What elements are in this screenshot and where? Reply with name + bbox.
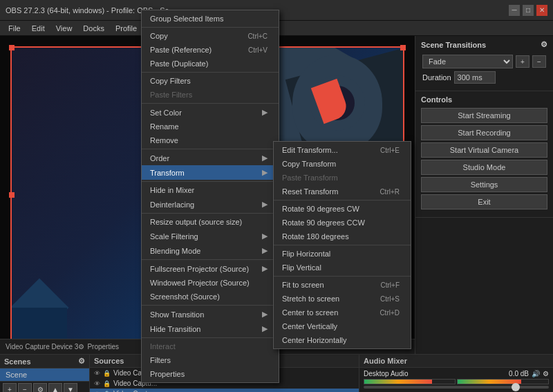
- desktop-mute-icon[interactable]: 🔊: [532, 370, 540, 377]
- ctx-sep-0: [142, 27, 279, 28]
- ctx-flip-h[interactable]: Flip Horizontal: [274, 247, 411, 261]
- transform-sep-0: [274, 200, 411, 200]
- ctx-center-horizontally[interactable]: Center Horizontally: [274, 333, 411, 347]
- start-recording-button[interactable]: Start Recording: [421, 125, 547, 140]
- handle-top-right[interactable]: [400, 45, 406, 50]
- ctx-center-screen[interactable]: Center to screen Ctrl+D: [274, 306, 411, 319]
- scene-transitions-panel: Scene Transitions ⚙ Fade + − Duration: [415, 36, 553, 91]
- scene-add-button[interactable]: +: [3, 383, 17, 392]
- ctx-show-transition[interactable]: Show Transition ▶: [142, 307, 279, 321]
- ctx-resize-output[interactable]: Resize output (source size): [142, 215, 279, 229]
- exit-button[interactable]: Exit: [421, 194, 547, 209]
- ctx-sep-4: [142, 181, 279, 182]
- visibility-icon-1: 👁: [94, 380, 100, 387]
- ctx-fit-screen[interactable]: Fit to screen Ctrl+F: [274, 278, 411, 292]
- desktop-audio-label: Desktop Audio: [364, 370, 409, 377]
- ctx-rotate-180[interactable]: Rotate 180 degrees: [274, 230, 411, 243]
- studio-mode-button[interactable]: Studio Mode: [421, 160, 547, 175]
- ctx-paste-dup[interactable]: Paste (Duplicate): [142, 57, 279, 71]
- scene-settings-button[interactable]: ⚙: [33, 383, 47, 392]
- scene-transitions-icon: ⚙: [541, 40, 547, 49]
- close-button[interactable]: ✕: [536, 5, 547, 16]
- ctx-set-color[interactable]: Set Color ▶: [142, 105, 279, 120]
- duration-input[interactable]: [454, 71, 496, 84]
- ctx-remove[interactable]: Remove: [142, 133, 279, 147]
- properties-button[interactable]: ⚙ Properties: [78, 343, 119, 351]
- ctx-sep-5: [142, 213, 279, 214]
- ctx-copy-filters[interactable]: Copy Filters: [142, 74, 279, 88]
- ctx-hide-mixer[interactable]: Hide in Mixer: [142, 183, 279, 197]
- ctx-screenshot[interactable]: Screenshot (Source): [142, 290, 279, 304]
- ctx-transform[interactable]: Transform ▶: [142, 165, 279, 180]
- ctx-windowed-proj[interactable]: Windowed Projector (Source): [142, 276, 279, 290]
- ctx-scale-arrow: ▶: [262, 232, 268, 241]
- settings-button[interactable]: Settings: [421, 177, 547, 192]
- desktop-audio-db: 0.0 dB: [509, 370, 529, 377]
- ctx-rotate-ccw[interactable]: Rotate 90 degrees CCW: [274, 216, 411, 230]
- minimize-button[interactable]: ─: [509, 5, 520, 16]
- sources-title: Sources: [94, 357, 124, 365]
- ctx-center-vertically[interactable]: Center Vertically: [274, 319, 411, 333]
- ctx-stretch-screen[interactable]: Stretch to screen Ctrl+S: [274, 292, 411, 306]
- audio-label-row-desktop: Desktop Audio 0.0 dB 🔊 ⚙: [364, 370, 549, 377]
- desktop-vol-slider[interactable]: [364, 386, 549, 389]
- ctx-interact: Interact: [142, 339, 279, 353]
- ctx-group-selected[interactable]: Group Selected Items: [142, 12, 279, 26]
- scenes-icon: ⚙: [78, 357, 85, 366]
- ctx-filters[interactable]: Filters: [142, 353, 279, 367]
- transitions-remove-button[interactable]: −: [532, 55, 546, 68]
- menu-edit[interactable]: Edit: [26, 23, 50, 34]
- ctx-deinterlacing-arrow: ▶: [262, 200, 268, 209]
- ctx-edit-transform[interactable]: Edit Transform... Ctrl+E: [274, 143, 411, 157]
- ctx-fullscreen-proj[interactable]: Fullscreen Projector (Source) ▶: [142, 261, 279, 276]
- scene-remove-button[interactable]: −: [18, 383, 32, 392]
- title-bar-controls: ─ □ ✕: [509, 5, 547, 16]
- scene-down-button[interactable]: ▼: [64, 383, 77, 392]
- ctx-flip-v[interactable]: Flip Vertical: [274, 261, 411, 274]
- ctx-properties[interactable]: Properties: [142, 367, 279, 381]
- mixer-panel: Audio Mixer Desktop Audio 0.0 dB 🔊 ⚙: [359, 355, 553, 392]
- ctx-copy-transform[interactable]: Copy Transform: [274, 157, 411, 171]
- controls-header: Controls: [418, 94, 550, 105]
- ctx-rename[interactable]: Rename: [142, 120, 279, 133]
- ctx-copy[interactable]: Copy Ctrl+C: [142, 29, 279, 43]
- source-item-2[interactable]: 👁 🔒 Video Captu...: [90, 389, 359, 392]
- ctx-blending-arrow: ▶: [262, 246, 268, 255]
- start-streaming-button[interactable]: Start Streaming: [421, 108, 547, 123]
- desktop-vol-row: [364, 386, 549, 389]
- ctx-hide-transition[interactable]: Hide Transition ▶: [142, 321, 279, 336]
- fade-row: Fade + −: [422, 55, 546, 68]
- ctx-scale-filtering[interactable]: Scale Filtering ▶: [142, 229, 279, 243]
- ctx-paste-ref[interactable]: Paste (Reference) Ctrl+V: [142, 43, 279, 57]
- scene-up-button[interactable]: ▲: [48, 383, 62, 392]
- desktop-settings-icon[interactable]: ⚙: [543, 370, 549, 377]
- start-virtual-camera-button[interactable]: Start Virtual Camera: [421, 142, 547, 158]
- audio-channel-desktop: Desktop Audio 0.0 dB 🔊 ⚙: [359, 368, 553, 391]
- ctx-reset-transform[interactable]: Reset Transform Ctrl+R: [274, 185, 411, 198]
- ctx-deinterlacing[interactable]: Deinterlacing ▶: [142, 197, 279, 212]
- scene-item[interactable]: Scene: [0, 368, 89, 381]
- ctx-blending-mode[interactable]: Blending Mode ▶: [142, 243, 279, 258]
- maximize-button[interactable]: □: [523, 5, 534, 16]
- handle-middle-left[interactable]: [9, 192, 15, 198]
- visibility-icon-0: 👁: [94, 370, 100, 377]
- transitions-add-button[interactable]: +: [516, 55, 529, 68]
- menu-profile[interactable]: Profile: [110, 23, 142, 34]
- ctx-sep-8: [142, 337, 279, 338]
- fade-select[interactable]: Fade: [422, 55, 513, 68]
- scene-transitions-area: Fade + − Duration: [418, 50, 550, 88]
- handle-top-left[interactable]: [9, 45, 15, 50]
- ctx-order[interactable]: Order ▶: [142, 151, 279, 165]
- ctx-show-trans-arrow: ▶: [262, 310, 268, 319]
- properties-label[interactable]: Properties: [87, 343, 119, 351]
- scene-transitions-title: Scene Transitions: [421, 41, 486, 49]
- controls-panel: Controls Start Streaming Start Recording…: [415, 91, 553, 218]
- ctx-rotate-cw[interactable]: Rotate 90 degrees CW: [274, 202, 411, 216]
- menu-view[interactable]: View: [50, 23, 78, 34]
- desktop-audio-bars: [364, 379, 549, 384]
- controls-title: Controls: [421, 95, 452, 104]
- menu-file[interactable]: File: [3, 23, 26, 34]
- menu-docks[interactable]: Docks: [77, 23, 110, 34]
- duration-row: Duration: [422, 71, 546, 84]
- duration-label: Duration: [422, 73, 451, 82]
